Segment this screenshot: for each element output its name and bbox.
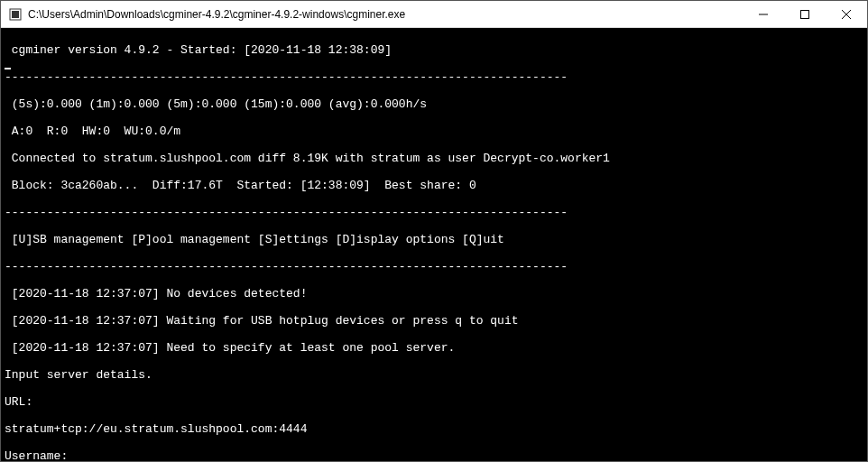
svg-rect-3	[801, 10, 809, 18]
close-icon	[842, 10, 851, 19]
maximize-icon	[800, 10, 809, 19]
minimize-button[interactable]	[743, 1, 784, 27]
minimize-icon	[759, 10, 768, 19]
window-title: C:\Users\Admin\Downloads\cgminer-4.9.2\c…	[28, 8, 743, 21]
connection-status: Connected to stratum.slushpool.com diff …	[5, 152, 863, 165]
close-button[interactable]	[826, 1, 867, 27]
app-window: C:\Users\Admin\Downloads\cgminer-4.9.2\c…	[0, 0, 868, 462]
window-controls	[743, 1, 867, 27]
log-line: [2020-11-18 12:37:07] No devices detecte…	[5, 287, 863, 300]
block-info: Block: 3ca260ab... Diff:17.6T Started: […	[5, 179, 863, 192]
log-line: [2020-11-18 12:37:07] Waiting for USB ho…	[5, 314, 863, 328]
console-header: cgminer version 4.9.2 - Started: [2020-1…	[5, 43, 863, 57]
username-label: Username:	[5, 449, 863, 461]
divider: ----------------------------------------…	[5, 206, 863, 219]
log-line: [2020-11-18 12:37:07] Need to specify at…	[5, 341, 863, 355]
hashrate-stats: (5s):0.000 (1m):0.000 (5m):0.000 (15m):0…	[5, 97, 863, 111]
url-value: stratum+tcp://eu.stratum.slushpool.com:4…	[5, 422, 863, 436]
svg-rect-1	[12, 11, 19, 18]
divider: ----------------------------------------…	[5, 70, 863, 84]
titlebar[interactable]: C:\Users\Admin\Downloads\cgminer-4.9.2\c…	[1, 1, 867, 28]
menu-options: [U]SB management [P]ool management [S]et…	[5, 233, 863, 246]
app-icon	[8, 7, 23, 22]
text-cursor	[5, 68, 11, 69]
maximize-button[interactable]	[784, 1, 826, 27]
divider: ----------------------------------------…	[5, 260, 863, 273]
console-output[interactable]: cgminer version 4.9.2 - Started: [2020-1…	[1, 28, 867, 461]
url-label: URL:	[5, 395, 863, 409]
input-header: Input server details.	[5, 368, 863, 382]
work-stats: A:0 R:0 HW:0 WU:0.0/m	[5, 125, 863, 138]
